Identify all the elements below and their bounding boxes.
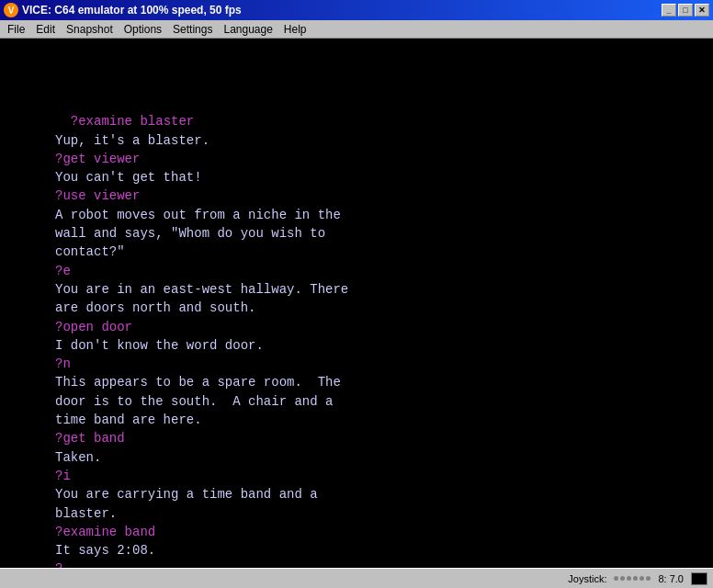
terminal-line: I don't know the word door. [55,338,264,353]
terminal-line: ?use viewer [55,188,140,203]
terminal-line: This appears to be a spare room. The [55,375,341,390]
terminal-line: You are in an east-west hallway. There [55,282,348,297]
terminal-line: wall and says, "Whom do you wish to [55,226,325,241]
joystick-dot-1 [614,576,618,581]
title-bar: V VICE: C64 emulator at 100% speed, 50 f… [0,0,713,20]
title-bar-left: V VICE: C64 emulator at 100% speed, 50 f… [4,3,242,17]
minimize-button[interactable]: _ [662,4,676,17]
terminal-line: You are carrying a time band and a [55,487,318,502]
terminal-line: door is to the south. A chair and a [55,394,333,409]
joystick-dot-6 [646,576,651,581]
menu-settings[interactable]: Settings [167,20,218,38]
menu-bar: File Edit Snapshot Options Settings Lang… [0,20,713,39]
terminal-line: ?i [55,469,71,483]
terminal-line: ?open door [55,320,132,334]
terminal-line: It says 2:08. [55,543,155,558]
terminal-line: You can't get that! [55,170,202,185]
menu-snapshot[interactable]: Snapshot [61,20,119,38]
menu-edit[interactable]: Edit [30,20,61,38]
terminal-line: A robot moves out from a niche in the [55,208,341,222]
status-box [691,572,707,585]
window-title: VICE: C64 emulator at 100% speed, 50 fps [22,4,242,17]
joystick-dot-5 [639,576,644,581]
position-indicator: 8: 7.0 [658,573,684,584]
joystick-dot-3 [627,576,631,581]
window-controls: _ □ ✕ [662,4,709,17]
terminal-line: ?e [55,264,71,278]
terminal-line: time band are here. [55,413,202,427]
app-icon: V [4,3,18,17]
terminal-line: blaster. [55,506,117,521]
status-bar: Joystick: 8: 7.0 [0,568,713,588]
joystick-label: Joystick: [568,573,606,584]
terminal-line: contact?" [55,244,125,259]
terminal-line: ?get viewer [55,152,140,166]
terminal-line: ? [55,561,62,568]
terminal-line: are doors north and south. [55,300,255,315]
terminal-line: ?n [55,356,71,371]
maximize-button[interactable]: □ [678,4,693,17]
terminal-line: Yup, it's a blaster. [55,133,209,148]
terminal-line: ?examine band [55,525,155,539]
menu-language[interactable]: Language [218,20,277,38]
terminal-line: ?get band [55,431,125,446]
menu-options[interactable]: Options [119,20,167,38]
joystick-indicator [614,576,651,581]
emulator-screen: ?examine blaster Yup, it's a blaster. ?g… [0,39,713,568]
terminal-line: ?examine blaster [71,114,194,129]
menu-file[interactable]: File [2,20,30,38]
menu-help[interactable]: Help [278,20,312,38]
terminal-output: ?examine blaster Yup, it's a blaster. ?g… [9,48,394,568]
terminal-line: Taken. [55,450,101,465]
joystick-dot-2 [620,576,625,581]
joystick-dot-4 [633,576,638,581]
close-button[interactable]: ✕ [695,4,709,17]
